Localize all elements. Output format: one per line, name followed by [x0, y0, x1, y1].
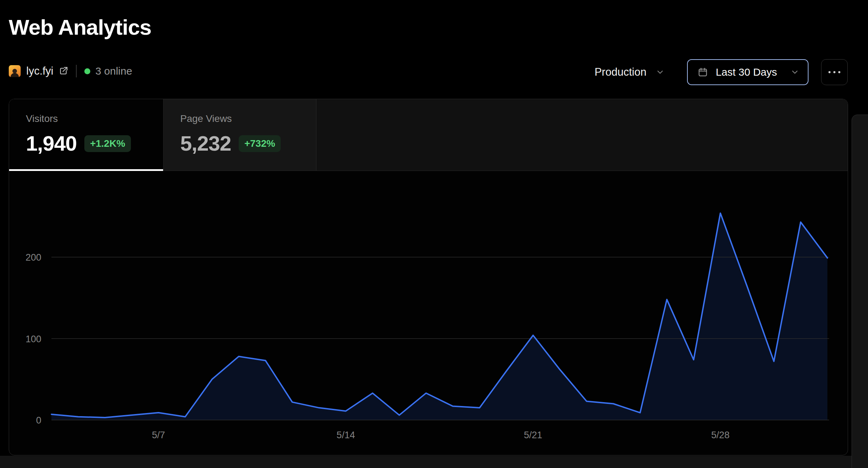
- tab-visitors[interactable]: Visitors 1,940 +1.2K%: [9, 99, 163, 171]
- visitors-area-chart[interactable]: 01002005/75/145/215/28: [9, 171, 848, 455]
- tabstrip-filler: [316, 99, 848, 171]
- x-axis-tick-label: 5/14: [337, 430, 355, 440]
- chevron-down-icon: [656, 68, 665, 77]
- online-dot-icon: [84, 68, 90, 74]
- date-range-button[interactable]: Last 30 Days: [687, 59, 808, 85]
- environment-dropdown[interactable]: Production: [595, 66, 665, 78]
- web-analytics-page: { "header": { "title": "Web Analytics", …: [0, 0, 868, 468]
- content-background-strip: [0, 456, 868, 468]
- online-count: 3 online: [96, 65, 132, 77]
- tab-page-views[interactable]: Page Views 5,232 +732%: [163, 99, 316, 171]
- tab-label: Page Views: [180, 113, 316, 124]
- visitors-value: 1,940: [26, 131, 77, 156]
- project-row: lyc.fyi 3 online: [9, 64, 132, 78]
- header-controls: Production Last 30 Days: [595, 59, 848, 85]
- environment-label: Production: [595, 66, 646, 78]
- page-title: Web Analytics: [9, 15, 151, 40]
- y-axis-tick-label: 100: [26, 334, 41, 344]
- date-range-label: Last 30 Days: [716, 66, 777, 78]
- metric-tabs: Visitors 1,940 +1.2K% Page Views 5,232 +…: [9, 99, 848, 171]
- external-link-icon: [58, 66, 68, 76]
- next-card-peek: [852, 115, 868, 468]
- online-status: 3 online: [84, 65, 132, 77]
- favicon-portrait: [9, 68, 20, 77]
- domain-text: lyc.fyi: [26, 65, 54, 77]
- visitors-chart[interactable]: 01002005/75/145/215/28: [9, 171, 848, 455]
- x-axis-tick-label: 5/28: [711, 430, 730, 440]
- more-options-button[interactable]: [821, 59, 848, 85]
- page-views-delta-badge: +732%: [239, 135, 281, 152]
- chevron-down-icon: [790, 68, 799, 77]
- header-divider: [76, 65, 77, 77]
- y-axis-tick-label: 0: [36, 415, 41, 426]
- tab-label: Visitors: [26, 113, 163, 124]
- calendar-icon: [698, 67, 708, 77]
- y-axis-tick-label: 200: [26, 252, 41, 263]
- area-fill: [51, 213, 827, 420]
- analytics-card: Visitors 1,940 +1.2K% Page Views 5,232 +…: [9, 99, 848, 455]
- x-axis-tick-label: 5/7: [152, 430, 165, 440]
- page-views-value: 5,232: [180, 131, 231, 156]
- domain-link[interactable]: lyc.fyi: [26, 65, 68, 77]
- visitors-delta-badge: +1.2K%: [84, 135, 131, 152]
- ellipsis-icon: [828, 71, 840, 73]
- x-axis-tick-label: 5/21: [524, 430, 542, 440]
- site-favicon: [9, 65, 21, 77]
